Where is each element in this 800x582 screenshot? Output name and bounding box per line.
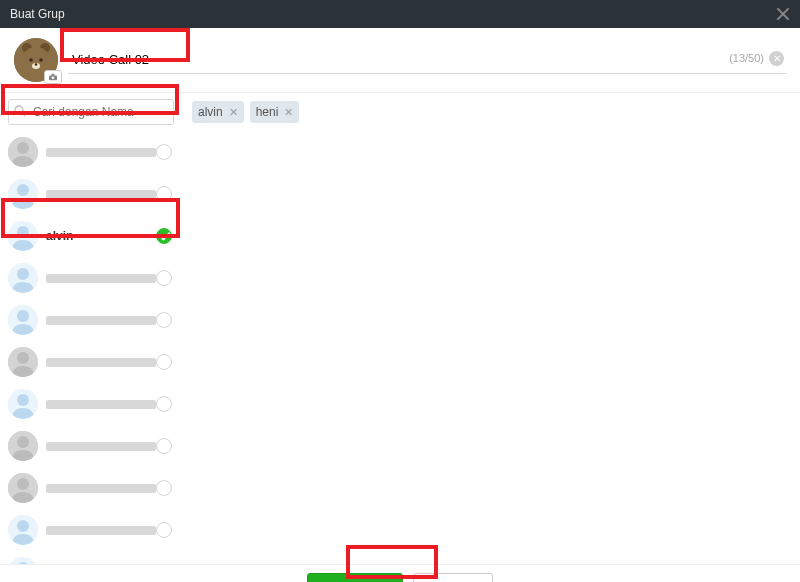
window-title: Buat Grup — [10, 7, 65, 21]
group-header: (13/50) ✕ — [0, 28, 800, 92]
avatar — [8, 263, 38, 293]
select-checkbox[interactable] — [156, 522, 172, 538]
contact-row[interactable]: heni — [0, 551, 182, 564]
avatar — [8, 473, 38, 503]
avatar — [8, 221, 38, 251]
select-checkbox[interactable] — [156, 186, 172, 202]
svg-point-32 — [17, 520, 29, 532]
select-checkbox[interactable] — [156, 354, 172, 370]
avatar — [8, 431, 38, 461]
contact-name — [46, 442, 156, 451]
titlebar: Buat Grup — [0, 0, 800, 28]
char-counter: (13/50) — [729, 52, 764, 64]
svg-point-5 — [39, 58, 43, 62]
camera-icon[interactable] — [44, 70, 62, 84]
contact-name — [46, 148, 156, 157]
contact-row[interactable] — [0, 467, 182, 509]
select-checkbox[interactable] — [156, 312, 172, 328]
svg-point-24 — [17, 352, 29, 364]
contact-row[interactable] — [0, 509, 182, 551]
chip-remove-icon[interactable]: ✕ — [284, 106, 293, 119]
select-checkbox[interactable] — [156, 270, 172, 286]
avatar — [8, 557, 38, 564]
svg-point-22 — [17, 310, 29, 322]
contact-name — [46, 358, 156, 367]
svg-point-20 — [17, 268, 29, 280]
select-checkbox[interactable] — [156, 144, 172, 160]
avatar — [8, 137, 38, 167]
select-checkbox[interactable] — [156, 480, 172, 496]
select-checkbox[interactable] — [156, 228, 172, 244]
contact-row[interactable] — [0, 341, 182, 383]
svg-point-30 — [17, 478, 29, 490]
selected-panel: alvin✕heni✕ — [182, 93, 800, 564]
contact-name — [46, 400, 156, 409]
contact-name — [46, 484, 156, 493]
svg-point-16 — [17, 184, 29, 196]
select-checkbox[interactable] — [156, 438, 172, 454]
selected-chip: alvin✕ — [192, 101, 244, 123]
svg-point-14 — [17, 142, 29, 154]
contact-name: alvin — [46, 229, 156, 243]
chip-label: heni — [256, 105, 279, 119]
svg-point-7 — [35, 63, 38, 66]
svg-point-26 — [17, 394, 29, 406]
search-icon — [14, 105, 26, 117]
avatar — [8, 305, 38, 335]
contact-row[interactable] — [0, 131, 182, 173]
contact-row[interactable] — [0, 425, 182, 467]
cancel-button[interactable]: Batal — [413, 573, 493, 582]
svg-rect-9 — [51, 74, 54, 76]
group-avatar[interactable] — [14, 38, 58, 82]
contact-row[interactable] — [0, 257, 182, 299]
contact-row[interactable] — [0, 299, 182, 341]
add-button[interactable]: Tambah — [307, 573, 403, 582]
chip-label: alvin — [198, 105, 223, 119]
contact-row[interactable] — [0, 383, 182, 425]
contact-row[interactable] — [0, 173, 182, 215]
group-name-input[interactable] — [68, 46, 786, 74]
search-input[interactable] — [8, 99, 174, 125]
clear-name-icon[interactable]: ✕ — [769, 51, 784, 66]
svg-point-10 — [52, 77, 54, 79]
svg-point-11 — [15, 106, 23, 114]
contact-name — [46, 190, 156, 199]
svg-point-4 — [29, 58, 33, 62]
contact-name — [46, 526, 156, 535]
svg-point-18 — [17, 226, 29, 238]
avatar — [8, 179, 38, 209]
contact-row[interactable]: alvin — [0, 215, 182, 257]
contact-name — [46, 316, 156, 325]
selected-chip: heni✕ — [250, 101, 300, 123]
svg-line-12 — [22, 113, 25, 116]
avatar — [8, 515, 38, 545]
svg-point-28 — [17, 436, 29, 448]
chip-remove-icon[interactable]: ✕ — [229, 106, 238, 119]
contact-panel: alvinheni — [0, 93, 182, 564]
contact-name — [46, 274, 156, 283]
contact-list: alvinheni — [0, 131, 182, 564]
avatar — [8, 389, 38, 419]
select-checkbox[interactable] — [156, 396, 172, 412]
footer: Tambah Batal — [0, 564, 800, 582]
avatar — [8, 347, 38, 377]
close-icon[interactable] — [776, 7, 790, 21]
